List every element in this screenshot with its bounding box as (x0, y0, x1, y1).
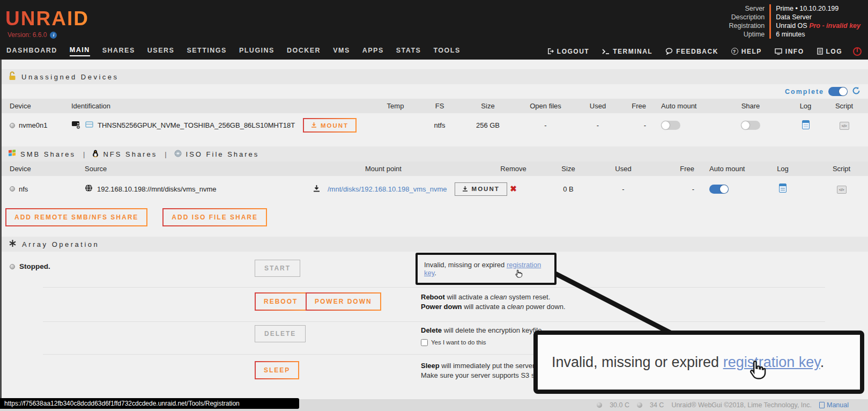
tab-iso-file-shares[interactable]: ISO File Shares (174, 150, 259, 159)
tab-smb-shares[interactable]: SMB Shares (9, 150, 76, 158)
col-used: Used (576, 99, 619, 113)
refresh-icon[interactable] (852, 86, 860, 97)
unraid-logo: UNRAID (5, 8, 89, 30)
nav-users[interactable]: USERS (147, 47, 175, 56)
manual-link[interactable]: Manual (819, 401, 849, 409)
col-mount-point: Mount point (279, 162, 488, 176)
table-row: nvme0n1 THNSN5256GPUK_NVMe_TOSHIBA_256GB… (0, 113, 868, 137)
shares-table: Device Source Mount point Remove Size Us… (0, 162, 868, 202)
device-name[interactable]: nvme0n1 (19, 121, 47, 129)
registration-value: Unraid OS Pro - invalid key (776, 21, 860, 30)
mount-point-link[interactable]: /mnt/disks/192.168.10.198_vms_nvme (328, 185, 447, 193)
server-info: Server Description Registration Uptime P… (729, 4, 860, 39)
hand-cursor-icon (514, 269, 524, 280)
version-info-icon[interactable]: i (50, 32, 57, 39)
auto-mount-toggle[interactable] (709, 185, 729, 194)
add-remote-smb-nfs-share-button[interactable]: ADD REMOTE SMB/NFS SHARE (5, 208, 147, 226)
log-button[interactable]: LOG (817, 48, 843, 55)
col-script: Script (820, 99, 868, 113)
alert-power-icon[interactable] (853, 47, 862, 56)
script-icon[interactable]: </> (840, 122, 849, 130)
nav-stats[interactable]: STATS (396, 47, 421, 56)
server-info-label: Description (729, 13, 765, 21)
col-auto-mount: Auto mount (651, 99, 710, 113)
version-label: Version: 6.6.0 i (8, 31, 89, 39)
power-down-button[interactable]: POWER DOWN (306, 292, 381, 311)
registration-key-link-zoomed[interactable]: registration key (723, 354, 820, 370)
nav-main[interactable]: MAIN (70, 46, 90, 56)
mount-icon (462, 186, 468, 193)
windows-icon (9, 150, 16, 158)
col-script: Script (815, 162, 868, 176)
terminal-button[interactable]: TERMINAL (602, 48, 652, 55)
delete-button[interactable]: DELETE (255, 325, 306, 342)
reboot-description: Reboot will activate a clean system rese… (421, 292, 566, 312)
remove-share-button[interactable]: ✖ (510, 184, 517, 193)
reboot-button[interactable]: REBOOT (255, 292, 307, 311)
device-status-icon (10, 123, 15, 128)
array-status: Stopped. (10, 262, 50, 270)
col-log: Log (791, 99, 820, 113)
nav-shares[interactable]: SHARES (102, 47, 135, 56)
disk-icon (71, 120, 81, 131)
manual-doc-icon (819, 402, 825, 408)
section-shares: SMB Shares | NFS Shares | ISO File Share… (0, 146, 868, 162)
feedback-icon (665, 48, 673, 55)
auto-mount-toggle[interactable] (661, 121, 680, 130)
col-used: Used (598, 162, 649, 176)
cell-free: - (649, 176, 700, 202)
col-remove: Remove (488, 162, 539, 176)
main-nav: DASHBOARD MAIN SHARES USERS SETTINGS PLU… (0, 43, 868, 60)
browser-status-bar: https://f75638aa12fb340c8dcdd63d6f1ffd73… (0, 398, 299, 409)
logout-button[interactable]: LOGOUT (547, 48, 589, 55)
mount-button[interactable]: MOUNT (455, 182, 507, 196)
share-source: 192.168.10.198://mnt/disks/vms_nvme (97, 185, 217, 193)
complete-toggle[interactable] (828, 87, 848, 96)
start-button[interactable]: START (255, 260, 300, 277)
feedback-button[interactable]: FEEDBACK (665, 48, 718, 55)
add-iso-file-share-button[interactable]: ADD ISO FILE SHARE (162, 208, 267, 226)
device-status-icon (10, 186, 15, 192)
share-toggle[interactable] (741, 121, 760, 130)
section-array-operation: Array Operation (0, 237, 868, 252)
cell-fs: ntfs (418, 113, 461, 137)
col-auto-mount: Auto mount (700, 162, 751, 176)
window-edge (0, 60, 2, 398)
delete-confirm-checkbox[interactable] (421, 339, 428, 346)
sleep-button[interactable]: SLEEP (255, 361, 299, 379)
nav-docker[interactable]: DOCKER (287, 47, 321, 56)
section-unassigned-devices: Unassigned Devices (0, 69, 868, 84)
log-icon[interactable] (779, 184, 787, 193)
info-button[interactable]: INFO (775, 48, 804, 55)
server-info-label: Registration (729, 21, 765, 30)
unassigned-devices-table: Device Identification Temp FS Size Open … (0, 99, 868, 137)
table-row: nfs 192.168.10.198://mnt/disks/vms_nvme … (0, 176, 868, 202)
help-button[interactable]: ? HELP (731, 48, 762, 55)
delete-description: Delete will delete the encryption keyfil… (421, 326, 544, 347)
registration-message-zoom-callout: Invalid, missing or expired registration… (533, 331, 864, 394)
log-doc-icon (817, 48, 823, 55)
sleep-description: Sleep will immediately put the server in… (421, 361, 544, 380)
col-log: Log (751, 162, 815, 176)
device-identification[interactable]: THNSN5256GPUK_NVMe_TOSHIBA_256GB_86LS10M… (98, 121, 295, 129)
nav-settings[interactable]: SETTINGS (187, 47, 227, 56)
log-icon[interactable] (802, 120, 810, 129)
table-header-row: Device Identification Temp FS Size Open … (0, 99, 868, 113)
script-icon[interactable]: </> (837, 186, 847, 194)
nav-apps[interactable]: APPS (362, 47, 384, 56)
mount-button[interactable]: MOUNT (303, 118, 357, 133)
share-device-name[interactable]: nfs (19, 185, 28, 193)
unlock-icon (9, 71, 16, 82)
col-device: Device (0, 99, 62, 113)
col-free: Free (619, 99, 651, 113)
disc-globe-icon (174, 150, 182, 159)
nav-dashboard[interactable]: DASHBOARD (6, 47, 57, 56)
nav-plugins[interactable]: PLUGINS (239, 47, 275, 56)
complete-label: Complete (785, 88, 824, 96)
globe-icon (85, 184, 93, 194)
logout-icon (547, 48, 554, 55)
tab-nfs-shares[interactable]: NFS Shares (92, 150, 157, 159)
nav-vms[interactable]: VMS (333, 47, 350, 56)
col-free: Free (649, 162, 700, 176)
nav-tools[interactable]: TOOLS (433, 47, 460, 56)
